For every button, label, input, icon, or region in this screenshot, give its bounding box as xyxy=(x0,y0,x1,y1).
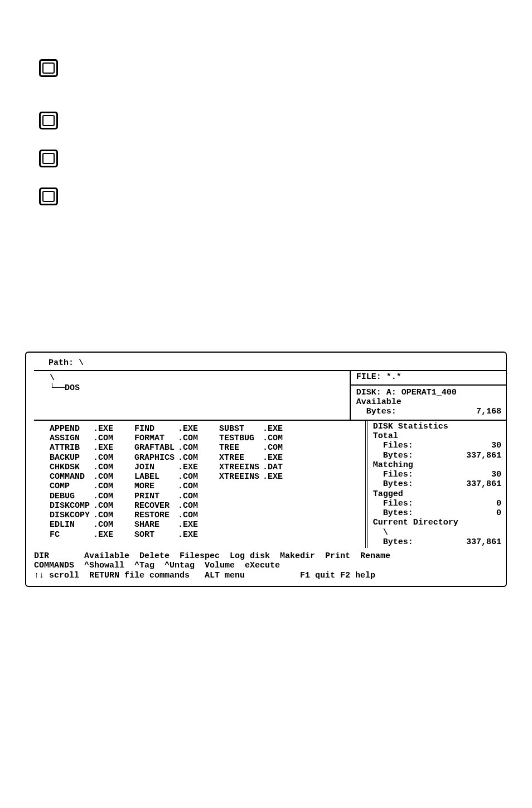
margin-checkbox-1[interactable] xyxy=(39,59,58,77)
file-ext: .EXE xyxy=(263,424,283,434)
file-item[interactable]: EDLIN.COM xyxy=(50,520,113,530)
file-name: RECOVER xyxy=(134,501,178,511)
file-item[interactable]: XTREEINS.DAT xyxy=(219,463,283,472)
file-ext: .COM xyxy=(178,434,198,443)
file-item[interactable]: CHKDSK.COM xyxy=(50,463,113,472)
file-ext: .EXE xyxy=(178,463,198,472)
file-item[interactable]: ATTRIB.EXE xyxy=(50,443,113,453)
file-item[interactable]: SORT.EXE xyxy=(134,530,198,540)
xtree-window: Path: \ \ └──DOS FILE: *.* DISK: A: OPER… xyxy=(25,352,507,587)
file-ext: .COM xyxy=(93,434,113,443)
file-item[interactable]: ASSIGN.COM xyxy=(50,434,113,443)
commands-line-1[interactable]: DIR Available Delete Filespec Log disk M… xyxy=(34,551,498,561)
tagged-files-label: Files: xyxy=(373,499,413,508)
matching-bytes-value: 337,861 xyxy=(466,479,501,489)
file-item[interactable]: DISKCOMP.COM xyxy=(50,501,113,511)
file-name: FIND xyxy=(134,424,178,434)
curdir-bytes-value: 337,861 xyxy=(466,537,501,547)
tagged-bytes-label: Bytes: xyxy=(373,508,413,518)
file-ext: .EXE xyxy=(263,472,283,482)
file-item[interactable]: XTREEINS.EXE xyxy=(219,472,283,482)
file-name: TESTBUG xyxy=(219,434,263,443)
file-ext: .COM xyxy=(178,501,198,511)
file-item[interactable]: GRAFTABL.COM xyxy=(134,443,198,453)
file-item[interactable]: GRAPHICS.COM xyxy=(134,453,198,463)
command-bar[interactable]: DIR Available Delete Filespec Log disk M… xyxy=(34,548,498,580)
stats-matching: Matching xyxy=(373,460,501,470)
file-ext: .COM xyxy=(178,453,198,463)
file-ext: .EXE xyxy=(178,530,198,540)
file-item[interactable]: RESTORE.COM xyxy=(134,511,198,520)
total-bytes-label: Bytes: xyxy=(373,451,413,460)
file-item[interactable]: BACKUP.COM xyxy=(50,453,113,463)
file-item[interactable]: FIND.EXE xyxy=(134,424,198,434)
matching-files-label: Files: xyxy=(373,470,413,479)
file-ext: .COM xyxy=(93,511,113,520)
file-name: EDLIN xyxy=(50,520,93,530)
total-bytes-value: 337,861 xyxy=(466,451,501,460)
available-bytes-value: 7,168 xyxy=(476,407,501,416)
file-ext: .COM xyxy=(263,434,283,443)
stats-header: DISK Statistics xyxy=(373,422,501,431)
total-files-label: Files: xyxy=(373,441,413,450)
file-name: LABEL xyxy=(134,472,178,482)
commands-line-3: ↑↓ scroll RETURN file commands ALT menu … xyxy=(34,571,498,580)
tagged-files-value: 0 xyxy=(496,499,501,508)
file-list[interactable]: APPEND.EXEASSIGN.COMATTRIB.EXEBACKUP.COM… xyxy=(34,421,365,548)
file-name: ASSIGN xyxy=(50,434,93,443)
file-name: RESTORE xyxy=(134,511,178,520)
file-name: COMP xyxy=(50,482,93,491)
available-bytes-label: Bytes: xyxy=(356,407,396,416)
file-item[interactable]: DEBUG.COM xyxy=(50,492,113,501)
stats-total: Total xyxy=(373,431,501,441)
disk-label: DISK: A: OPERAT1_400 xyxy=(356,388,501,397)
file-name: CHKDSK xyxy=(50,463,93,472)
file-name: GRAFTABL xyxy=(134,443,178,453)
file-item[interactable]: PRINT.COM xyxy=(134,492,198,501)
file-name: GRAPHICS xyxy=(134,453,178,463)
tree-root[interactable]: \ xyxy=(50,373,350,383)
file-item[interactable]: COMP.COM xyxy=(50,482,113,491)
file-item[interactable]: DISKCOPY.COM xyxy=(50,511,113,520)
file-item[interactable]: SUBST.EXE xyxy=(219,424,283,434)
file-item[interactable]: FORMAT.COM xyxy=(134,434,198,443)
file-filter: FILE: *.* xyxy=(356,372,501,382)
file-name: SORT xyxy=(134,530,178,540)
available-label: Available xyxy=(356,397,501,407)
file-name: MORE xyxy=(134,482,178,491)
margin-checkbox-3[interactable] xyxy=(39,150,58,167)
file-item[interactable]: TREE.COM xyxy=(219,443,283,453)
directory-tree[interactable]: \ └──DOS xyxy=(34,370,350,421)
file-ext: .COM xyxy=(93,463,113,472)
file-name: DISKCOMP xyxy=(50,501,93,511)
file-item[interactable]: TESTBUG.COM xyxy=(219,434,283,443)
file-item[interactable]: APPEND.EXE xyxy=(50,424,113,434)
disk-info-panel: FILE: *.* DISK: A: OPERAT1_400 Available… xyxy=(350,370,506,421)
file-item[interactable]: FC.EXE xyxy=(50,530,113,540)
tree-item-dos[interactable]: └──DOS xyxy=(50,383,350,393)
disk-statistics-panel: DISK Statistics Total Files:30 Bytes:337… xyxy=(365,421,506,548)
file-name: SUBST xyxy=(219,424,263,434)
file-item[interactable]: XTREE.EXE xyxy=(219,453,283,463)
file-name: SHARE xyxy=(134,520,178,530)
file-ext: .COM xyxy=(178,482,198,491)
file-name: BACKUP xyxy=(50,453,93,463)
file-item[interactable]: RECOVER.COM xyxy=(134,501,198,511)
file-ext: .EXE xyxy=(178,520,198,530)
margin-checkbox-2[interactable] xyxy=(39,112,58,129)
file-name: DEBUG xyxy=(50,492,93,501)
matching-bytes-label: Bytes: xyxy=(373,479,413,489)
file-item[interactable]: MORE.COM xyxy=(134,482,198,491)
file-ext: .COM xyxy=(178,472,198,482)
file-ext: .EXE xyxy=(93,443,113,453)
file-item[interactable]: LABEL.COM xyxy=(134,472,198,482)
file-item[interactable]: SHARE.EXE xyxy=(134,520,198,530)
file-item[interactable]: JOIN.EXE xyxy=(134,463,198,472)
file-ext: .DAT xyxy=(263,463,283,472)
matching-files-value: 30 xyxy=(491,470,501,479)
margin-checkbox-4[interactable] xyxy=(39,187,58,205)
file-name: XTREEINS xyxy=(219,463,263,472)
file-item[interactable]: COMMAND.COM xyxy=(50,472,113,482)
file-ext: .COM xyxy=(178,443,198,453)
commands-line-2[interactable]: COMMANDS ^Showall ^Tag ^Untag Volume eXe… xyxy=(34,561,498,570)
